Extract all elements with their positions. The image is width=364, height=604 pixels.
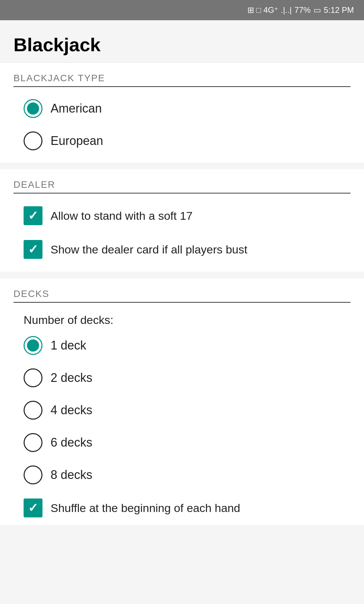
dealer-header: DEALER [13,169,351,193]
decks-section: DECKS Number of decks: 1 deck 2 decks 4 … [0,278,364,525]
radio-1deck[interactable]: 1 deck [13,329,351,362]
radio-4decks-button[interactable] [24,401,42,420]
checkbox-dealer-card[interactable]: ✓ Show the dealer card if all players bu… [13,233,351,266]
radio-8decks-label: 8 decks [51,468,92,482]
radio-2decks-label: 2 decks [51,371,92,385]
signal-icons: ⊞ □ 4G⁺ .|..| [247,5,292,15]
gap-2 [0,272,364,278]
battery-icon: ▭ [313,5,321,15]
radio-american-inner [27,102,39,115]
decks-header: DECKS [13,278,351,302]
radio-european[interactable]: European [13,125,351,157]
radio-6decks-button[interactable] [24,433,42,452]
radio-2decks-button[interactable] [24,368,42,387]
radio-6decks[interactable]: 6 decks [13,426,351,459]
content: BLACKJACK TYPE American European DEALER … [0,63,364,525]
checkbox-soft17-box[interactable]: ✓ [24,206,42,225]
battery-text: 77% [295,5,311,15]
radio-american-label: American [51,101,102,116]
app-title: Blackjack [13,34,351,56]
radio-1deck-button[interactable] [24,336,42,355]
status-bar: ⊞ □ 4G⁺ .|..| 77% ▭ 5:12 PM [0,0,364,20]
checkmark-shuffle: ✓ [28,502,38,514]
checkbox-shuffle-box[interactable]: ✓ [24,499,42,517]
radio-american-button[interactable] [24,99,42,118]
status-bar-icons: ⊞ □ 4G⁺ .|..| 77% ▭ 5:12 PM [247,5,354,15]
blackjack-type-section: BLACKJACK TYPE American European [0,63,364,157]
radio-2decks[interactable]: 2 decks [13,362,351,394]
radio-4decks[interactable]: 4 decks [13,394,351,426]
time-text: 5:12 PM [324,5,354,15]
radio-1deck-label: 1 deck [51,338,86,353]
checkbox-soft17-label: Allow to stand with a soft 17 [51,209,192,222]
radio-4decks-label: 4 decks [51,403,92,417]
dealer-section: DEALER ✓ Allow to stand with a soft 17 ✓… [0,169,364,266]
decks-divider [13,302,351,303]
radio-american[interactable]: American [13,92,351,125]
number-of-decks-label: Number of decks: [13,308,351,329]
radio-8decks[interactable]: 8 decks [13,459,351,491]
radio-8decks-button[interactable] [24,465,42,484]
blackjack-type-divider [13,86,351,87]
app-bar: Blackjack [0,20,364,63]
gap-1 [0,162,364,169]
radio-european-button[interactable] [24,131,42,150]
checkbox-shuffle[interactable]: ✓ Shuffle at the beginning of each hand [13,491,351,525]
checkmark-dealer-card: ✓ [28,243,38,255]
radio-1deck-inner [27,339,39,352]
radio-european-label: European [51,134,103,148]
checkmark-soft17: ✓ [28,210,38,222]
radio-6decks-label: 6 decks [51,435,92,450]
checkbox-shuffle-label: Shuffle at the beginning of each hand [51,502,240,515]
checkbox-dealer-card-box[interactable]: ✓ [24,240,42,259]
checkbox-soft17[interactable]: ✓ Allow to stand with a soft 17 [13,199,351,233]
dealer-divider [13,193,351,193]
blackjack-type-header: BLACKJACK TYPE [13,63,351,86]
checkbox-dealer-card-label: Show the dealer card if all players bust [51,243,247,256]
